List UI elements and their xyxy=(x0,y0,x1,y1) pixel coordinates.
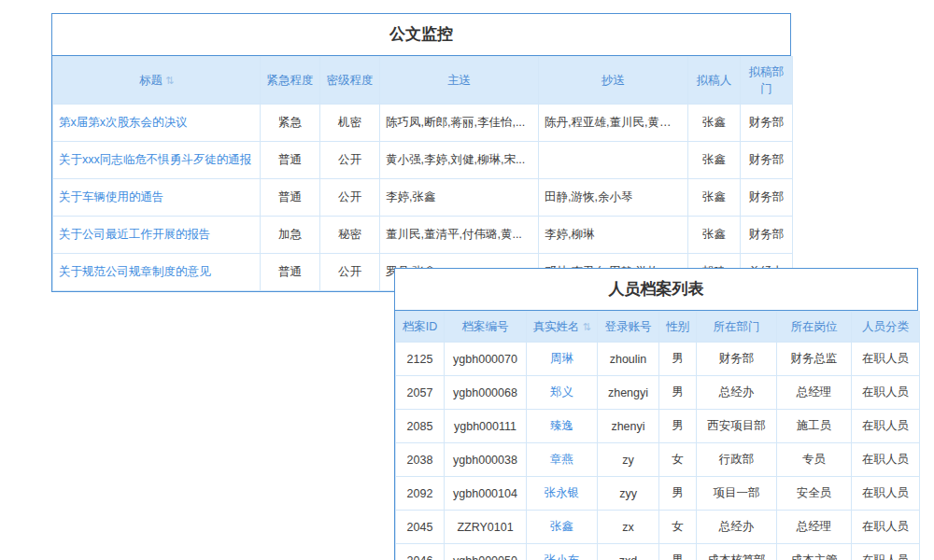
table-cell: 西安项目部 xyxy=(697,410,777,443)
personnel-table-body: 2125ygbh000070周琳zhoulin男财务部财务总监在职人员2057y… xyxy=(396,343,920,560)
table-cell: ZZRY0101 xyxy=(445,511,527,544)
column-label: 所在岗位 xyxy=(791,320,838,333)
column-header: 主送 xyxy=(380,57,539,105)
table-cell: ygbh000104 xyxy=(445,477,527,511)
table-cell: ygbh000068 xyxy=(445,376,527,410)
column-label: 密级程度 xyxy=(327,74,374,87)
table-cell: 在职人员 xyxy=(852,410,920,443)
doc-title-link[interactable]: 关于xxx同志临危不惧勇斗歹徒的通报 xyxy=(53,142,261,179)
personnel-panel: 人员档案列表 档案ID档案编号真实姓名⇅登录账号性别所在部门所在岗位人员分类 2… xyxy=(394,268,918,560)
header-row: 档案ID档案编号真实姓名⇅登录账号性别所在部门所在岗位人员分类 xyxy=(396,312,920,343)
table-cell: 财务总监 xyxy=(777,343,852,376)
sort-icon[interactable]: ⇅ xyxy=(582,320,590,335)
table-cell: 在职人员 xyxy=(852,511,920,544)
table-row: 2046ygbh000050张小东zxd男成本核算部成本主管在职人员 xyxy=(396,544,920,560)
table-cell: 紧急 xyxy=(261,105,320,142)
column-label: 档案编号 xyxy=(462,320,509,333)
table-cell: 张鑫 xyxy=(688,179,741,217)
table-cell: 秘密 xyxy=(320,217,380,254)
table-cell: 男 xyxy=(659,477,697,511)
column-header: 人员分类 xyxy=(852,312,920,343)
column-header: 所在部门 xyxy=(697,312,777,343)
column-header-sortable[interactable]: 标题⇅ xyxy=(53,57,261,105)
person-name-link[interactable]: 章燕 xyxy=(527,443,598,477)
column-label: 主送 xyxy=(447,74,471,87)
table-cell: 李婷,柳琳 xyxy=(539,217,688,254)
table-cell: 张鑫 xyxy=(688,217,741,254)
table-cell: 加急 xyxy=(261,217,320,254)
column-label: 拟稿人 xyxy=(697,74,732,87)
table-cell: 机密 xyxy=(320,105,380,142)
person-name-link[interactable]: 臻逸 xyxy=(527,410,598,443)
table-cell: 总经理 xyxy=(777,511,852,544)
table-row: 关于公司最近工作开展的报告加急秘密董川民,董清平,付伟璐,黄...李婷,柳琳张鑫… xyxy=(53,217,793,254)
table-cell: zhenyi xyxy=(598,410,659,443)
table-row: 2125ygbh000070周琳zhoulin男财务部财务总监在职人员 xyxy=(396,343,920,376)
table-row: 第x届第x次股东会的决议紧急机密陈巧凤,断郎,蒋丽,李佳怡,...陈丹,程亚雄,… xyxy=(53,105,793,142)
table-cell: 行政部 xyxy=(697,443,777,477)
table-cell: ygbh000050 xyxy=(445,544,527,560)
table-cell: 在职人员 xyxy=(852,343,920,376)
doc-monitor-title: 公文监控 xyxy=(52,14,790,56)
personnel-title: 人员档案列表 xyxy=(395,269,917,311)
column-header: 拟稿部门 xyxy=(741,57,793,105)
sort-icon[interactable]: ⇅ xyxy=(165,74,174,89)
table-cell: 总经办 xyxy=(697,511,777,544)
table-cell: 安全员 xyxy=(777,477,852,511)
person-name-link[interactable]: 郑义 xyxy=(527,376,598,410)
table-cell: 陈巧凤,断郎,蒋丽,李佳怡,... xyxy=(380,105,539,142)
column-header: 密级程度 xyxy=(320,57,380,105)
table-cell: 2057 xyxy=(396,376,445,410)
doc-title-link[interactable]: 关于公司最近工作开展的报告 xyxy=(53,217,261,254)
column-header-sortable[interactable]: 真实姓名⇅ xyxy=(527,312,598,343)
table-cell xyxy=(539,142,688,179)
column-label: 拟稿部门 xyxy=(749,65,785,95)
table-cell: 普通 xyxy=(261,254,320,291)
table-cell: 成本核算部 xyxy=(697,544,777,560)
table-cell: zhoulin xyxy=(598,343,659,376)
table-cell: zy xyxy=(598,443,659,477)
table-cell: 成本主管 xyxy=(777,544,852,560)
table-cell: 施工员 xyxy=(777,410,852,443)
doc-title-link[interactable]: 关于规范公司规章制度的意见 xyxy=(53,254,261,291)
table-cell: 田静,游恢,余小琴 xyxy=(539,179,688,217)
column-label: 真实姓名 xyxy=(532,320,579,333)
doc-title-link[interactable]: 关于车辆使用的通告 xyxy=(53,179,261,217)
column-label: 抄送 xyxy=(601,74,625,87)
person-name-link[interactable]: 张永银 xyxy=(527,477,598,511)
table-cell: 财务部 xyxy=(741,142,793,179)
table-cell: 在职人员 xyxy=(852,443,920,477)
table-cell: ygbh000111 xyxy=(445,410,527,443)
person-name-link[interactable]: 张鑫 xyxy=(527,511,598,544)
personnel-table: 档案ID档案编号真实姓名⇅登录账号性别所在部门所在岗位人员分类 2125ygbh… xyxy=(395,311,920,560)
table-cell: 女 xyxy=(659,443,697,477)
column-header: 性别 xyxy=(659,312,697,343)
table-cell: 财务部 xyxy=(697,343,777,376)
table-cell: 总经理 xyxy=(777,376,852,410)
table-cell: 财务部 xyxy=(741,217,793,254)
table-cell: 项目一部 xyxy=(697,477,777,511)
table-row: 2045ZZRY0101张鑫zx女总经办总经理在职人员 xyxy=(396,511,920,544)
doc-monitor-table: 标题⇅紧急程度密级程度主送抄送拟稿人拟稿部门 第x届第x次股东会的决议紧急机密陈… xyxy=(52,56,793,291)
table-cell: 专员 xyxy=(777,443,852,477)
person-name-link[interactable]: 张小东 xyxy=(527,544,598,560)
column-header: 档案编号 xyxy=(445,312,527,343)
doc-title-link[interactable]: 第x届第x次股东会的决议 xyxy=(53,105,261,142)
table-cell: 财务部 xyxy=(741,179,793,217)
person-name-link[interactable]: 周琳 xyxy=(527,343,598,376)
table-row: 2085ygbh000111臻逸zhenyi男西安项目部施工员在职人员 xyxy=(396,410,920,443)
table-cell: 张鑫 xyxy=(688,142,741,179)
table-cell: zyy xyxy=(598,477,659,511)
table-cell: 公开 xyxy=(320,179,380,217)
table-cell: 普通 xyxy=(261,142,320,179)
personnel-table-head: 档案ID档案编号真实姓名⇅登录账号性别所在部门所在岗位人员分类 xyxy=(396,312,920,343)
table-cell: 在职人员 xyxy=(852,376,920,410)
column-label: 性别 xyxy=(666,320,689,333)
table-cell: 2046 xyxy=(396,544,445,560)
table-row: 关于车辆使用的通告普通公开李婷,张鑫田静,游恢,余小琴张鑫财务部 xyxy=(53,179,793,217)
table-cell: zx xyxy=(598,511,659,544)
column-label: 人员分类 xyxy=(862,320,909,333)
table-row: 2092ygbh000104张永银zyy男项目一部安全员在职人员 xyxy=(396,477,920,511)
table-cell: 普通 xyxy=(261,179,320,217)
table-cell: 公开 xyxy=(320,254,380,291)
